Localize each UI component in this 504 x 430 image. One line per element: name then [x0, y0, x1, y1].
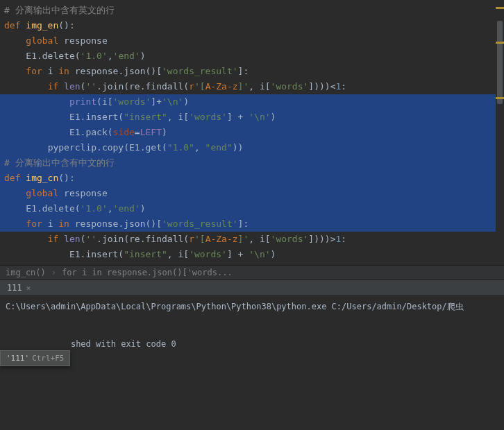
breadcrumb-item[interactable]: img_cn(): [6, 268, 46, 277]
breadcrumb-item[interactable]: for i in response.json()['words...: [62, 268, 233, 277]
code-line[interactable]: E1.insert("insert", i['words'] + '\n'): [0, 247, 504, 262]
comment: # 分离输出中含有英文的行: [4, 5, 115, 15]
code-line[interactable]: if len(''.join(re.findall(r'[A-Za-z]', i…: [0, 79, 504, 94]
code-line[interactable]: E1.insert("insert", i['words'] + '\n'): [0, 110, 504, 125]
code-line[interactable]: E1.delete('1.0','end'): [0, 49, 504, 64]
code-line[interactable]: # 分离输出中含有英文的行: [0, 3, 504, 18]
code-line[interactable]: pyperclip.copy(E1.get("1.0", "end")): [0, 140, 504, 155]
code-line[interactable]: global response: [0, 33, 504, 49]
code-line[interactable]: for i in response.json()['words_result']…: [0, 64, 504, 79]
console-tab-label: 111: [7, 283, 22, 293]
code-editor[interactable]: # 分离输出中含有英文的行 def img_en(): global respo…: [0, 0, 504, 265]
code-line[interactable]: E1.delete('1.0','end'): [0, 201, 504, 216]
code-line[interactable]: print(i['words']+'\n'): [0, 94, 504, 110]
close-icon[interactable]: ×: [26, 284, 31, 293]
code-line[interactable]: E1.pack(side=LEFT): [0, 125, 504, 140]
tooltip-label: '111': [6, 354, 29, 363]
chevron-right-icon: ›: [51, 268, 56, 277]
breadcrumb[interactable]: img_cn() › for i in response.json()['wor…: [0, 265, 504, 280]
scrollbar-thumb[interactable]: [497, 21, 503, 104]
warning-marker[interactable]: [496, 7, 504, 9]
console-output[interactable]: C:\Users\admin\AppData\Local\Programs\Py…: [0, 296, 504, 354]
code-line[interactable]: def img_cn():: [0, 171, 504, 186]
code-line[interactable]: global response: [0, 186, 504, 201]
code-line[interactable]: def img_en():: [0, 18, 504, 33]
code-line[interactable]: for i in response.json()['words_result']…: [0, 216, 504, 232]
rerun-tooltip: '111'Ctrl+F5: [0, 350, 70, 366]
console-line: shed with exit code 0: [6, 338, 498, 350]
console-line: C:\Users\admin\AppData\Local\Programs\Py…: [6, 300, 498, 313]
tooltip-shortcut: Ctrl+F5: [32, 354, 64, 363]
code-line[interactable]: if len(''.join(re.findall(r'[A-Za-z]', i…: [0, 232, 504, 247]
warning-marker[interactable]: [496, 97, 504, 99]
code-line[interactable]: # 分离输出中含有中文的行: [0, 155, 504, 171]
console-tab[interactable]: 111 ×: [0, 280, 504, 296]
scrollbar-track[interactable]: [496, 0, 504, 264]
warning-marker[interactable]: [496, 42, 504, 44]
